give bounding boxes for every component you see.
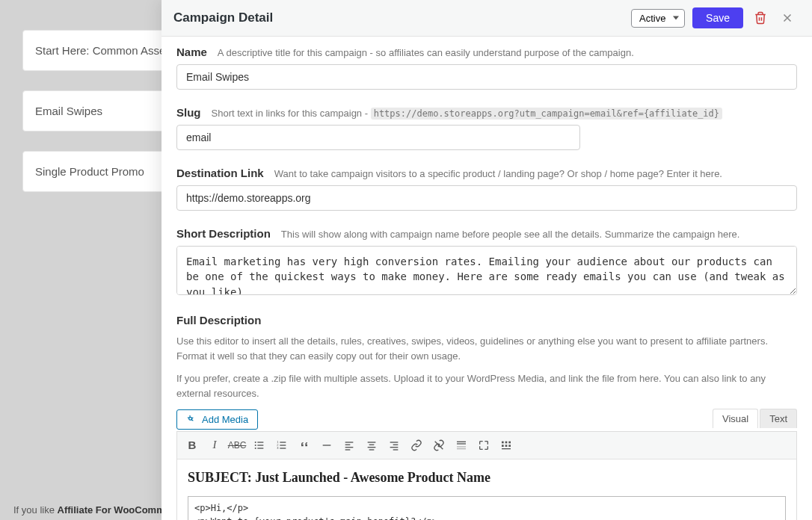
campaign-detail-panel: Campaign Detail Active Save Name A descr… (162, 0, 812, 520)
full-desc-hint1: Use this editor to insert all the detail… (176, 334, 797, 364)
svg-point-1 (255, 442, 256, 443)
full-desc-hint2: If you prefer, create a .zip file with m… (176, 371, 797, 401)
close-button[interactable] (778, 8, 797, 28)
svg-rect-4 (257, 442, 263, 442)
svg-rect-14 (345, 442, 354, 442)
svg-rect-12 (280, 448, 286, 448)
svg-rect-27 (457, 443, 466, 444)
destination-input[interactable] (176, 185, 797, 211)
status-select[interactable]: Active (631, 9, 685, 28)
visual-tab[interactable]: Visual (713, 409, 758, 428)
readmore-icon (455, 439, 467, 451)
media-icon (186, 414, 197, 425)
bullet-list-button[interactable] (250, 436, 268, 454)
destination-hint: Want to take campaign visitors to a spec… (274, 168, 722, 179)
panel-body: Name A descriptive title for this campai… (162, 37, 812, 520)
align-center-button[interactable] (363, 436, 381, 454)
svg-rect-26 (457, 441, 466, 442)
svg-rect-35 (508, 445, 511, 447)
bold-button[interactable]: B (183, 436, 201, 454)
svg-point-3 (255, 448, 256, 449)
svg-rect-5 (257, 445, 263, 445)
svg-rect-20 (368, 447, 376, 448)
readmore-button[interactable] (452, 436, 470, 454)
save-button[interactable]: Save (692, 7, 743, 28)
italic-button[interactable]: I (206, 436, 224, 454)
svg-rect-24 (390, 447, 399, 448)
ordered-list-button[interactable]: 123 (273, 436, 291, 454)
panel-title: Campaign Detail (173, 10, 273, 25)
full-desc-label: Full Description (176, 314, 261, 326)
slug-input[interactable] (176, 125, 580, 150)
kitchen-sink-icon (500, 439, 512, 451)
svg-rect-10 (280, 442, 286, 442)
hr-button[interactable] (318, 436, 336, 454)
svg-rect-28 (457, 446, 466, 447)
svg-rect-11 (280, 445, 286, 445)
strikethrough-button[interactable]: ABC (228, 436, 246, 454)
svg-rect-16 (345, 447, 354, 448)
hr-icon (321, 439, 333, 451)
quote-icon (298, 439, 310, 451)
svg-point-2 (255, 445, 256, 446)
list-ul-icon (253, 439, 265, 451)
close-icon (781, 11, 794, 25)
svg-text:3: 3 (277, 446, 279, 450)
svg-rect-6 (257, 448, 263, 448)
svg-rect-33 (502, 445, 504, 447)
svg-rect-22 (390, 442, 399, 442)
link-button[interactable] (407, 436, 425, 454)
toolbar-toggle-button[interactable] (497, 436, 515, 454)
list-ol-icon: 123 (276, 439, 288, 451)
svg-rect-23 (393, 444, 399, 445)
align-right-button[interactable] (385, 436, 403, 454)
campaign-list-item[interactable]: Single Product Promo (22, 151, 172, 192)
svg-rect-31 (505, 441, 508, 443)
campaign-list-item[interactable]: Email Swipes (22, 90, 172, 131)
fullscreen-icon (478, 439, 490, 451)
panel-header: Campaign Detail Active Save (162, 0, 812, 37)
link-icon (410, 439, 422, 451)
delete-button[interactable] (751, 8, 770, 28)
svg-rect-36 (502, 448, 511, 449)
svg-rect-21 (369, 449, 375, 450)
svg-rect-34 (505, 445, 508, 447)
destination-label: Destination Link (176, 167, 264, 179)
short-desc-hint: This will show along with campaign name … (281, 229, 740, 240)
add-media-button[interactable]: Add Media (176, 409, 258, 430)
name-hint: A descriptive title for this campaign - … (218, 47, 634, 58)
svg-rect-29 (457, 448, 466, 449)
svg-rect-17 (345, 449, 351, 450)
svg-rect-13 (323, 445, 331, 445)
editor-code-block: <p>Hi,</p> <p>Want to {your product's ma… (188, 496, 786, 520)
svg-rect-19 (369, 444, 375, 445)
name-input[interactable] (176, 64, 797, 90)
slug-hint: Short text in links for this campaign - … (212, 108, 723, 119)
svg-rect-30 (502, 441, 504, 443)
svg-rect-18 (368, 442, 376, 442)
editor-subject: SUBJECT: Just Launched - Awesome Product… (188, 470, 786, 486)
align-left-icon (343, 439, 355, 451)
quote-button[interactable] (295, 436, 313, 454)
svg-rect-15 (345, 444, 351, 445)
align-center-icon (366, 439, 378, 451)
svg-rect-32 (508, 441, 511, 443)
campaign-list-item[interactable]: Start Here: Common Assets (22, 30, 172, 71)
footer-text: If you like Affiliate For WooComm (13, 504, 165, 516)
text-tab[interactable]: Text (760, 409, 797, 428)
slug-label: Slug (176, 106, 201, 119)
name-label: Name (176, 46, 207, 58)
editor-toolbar: B I ABC 123 (177, 432, 796, 459)
trash-icon (754, 11, 767, 25)
fullscreen-button[interactable] (475, 436, 493, 454)
align-left-button[interactable] (340, 436, 358, 454)
unlink-button[interactable] (430, 436, 448, 454)
svg-rect-25 (393, 449, 399, 450)
align-right-icon (388, 439, 400, 451)
rich-editor: B I ABC 123 SUBJECT: Just Launched - Awe… (176, 431, 797, 520)
editor-content[interactable]: SUBJECT: Just Launched - Awesome Product… (177, 459, 796, 520)
short-desc-label: Short Description (176, 227, 271, 240)
campaign-list: Start Here: Common Assets Email Swipes S… (22, 30, 172, 211)
unlink-icon (433, 439, 445, 451)
short-desc-textarea[interactable] (176, 246, 797, 295)
